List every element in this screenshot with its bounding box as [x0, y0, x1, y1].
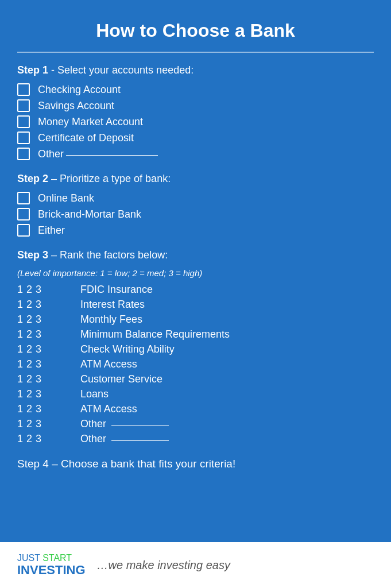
list-item: Checking Account	[17, 83, 374, 96]
rank-numbers-other2: 123	[17, 433, 52, 445]
checkbox-cd[interactable]	[17, 131, 30, 144]
list-item: 123 ATM Access	[17, 358, 374, 370]
factor-check-writing: Check Writing Ability	[80, 343, 374, 355]
list-item: Brick-and-Mortar Bank	[17, 208, 374, 220]
checkbox-brick[interactable]	[17, 208, 30, 220]
list-item: 123 Other	[17, 433, 374, 445]
factor-min-balance: Minimum Balance Requirements	[80, 328, 374, 341]
rank-numbers-check-writing: 123	[17, 343, 52, 355]
list-item: Either	[17, 224, 374, 237]
footer-section: JUST START INVESTING …we make investing …	[0, 542, 391, 588]
rank-numbers-atm2: 123	[17, 403, 52, 415]
step3-heading: Step 3 – Rank the factors below:	[17, 249, 374, 261]
rank-numbers-interest: 123	[17, 299, 52, 311]
factor-fees: Monthly Fees	[80, 314, 374, 326]
footer-tagline: …we make investing easy	[97, 559, 230, 572]
step2-bold: Step 2	[17, 173, 48, 184]
list-item: 123 Other	[17, 418, 374, 430]
list-item: Savings Account	[17, 99, 374, 112]
savings-account-label: Savings Account	[38, 100, 114, 112]
list-item: 123 Monthly Fees	[17, 314, 374, 326]
step3-note: (Level of importance: 1 = low; 2 = med; …	[17, 268, 374, 278]
step1-heading: Step 1 - Select your accounts needed:	[17, 64, 374, 76]
list-item: 123 Check Writing Ability	[17, 343, 374, 355]
rank-numbers-customer-service: 123	[17, 373, 52, 385]
brick-bank-label: Brick-and-Mortar Bank	[38, 208, 141, 220]
logo-investing: INVESTING	[17, 563, 86, 577]
checking-account-label: Checking Account	[38, 84, 121, 96]
other-blank-line	[66, 155, 158, 156]
logo-line2: INVESTING	[17, 563, 86, 577]
checkbox-savings[interactable]	[17, 99, 30, 112]
online-bank-label: Online Bank	[38, 192, 94, 204]
list-item: 123 FDIC Insurance	[17, 284, 374, 296]
step4-text: Step 4 – Choose a bank that fits your cr…	[17, 458, 374, 470]
main-container: How to Choose a Bank Step 1 - Select you…	[0, 0, 391, 588]
list-item: Certificate of Deposit	[17, 131, 374, 144]
rank-numbers-other1: 123	[17, 418, 52, 430]
list-item: 123 Interest Rates	[17, 299, 374, 311]
rank-numbers-loans: 123	[17, 388, 52, 400]
checkbox-money-market[interactable]	[17, 115, 30, 128]
factor-loans: Loans	[80, 388, 374, 400]
step2-rest: – Prioritize a type of bank:	[48, 173, 171, 184]
factor-other2: Other	[80, 433, 374, 445]
checkbox-online[interactable]	[17, 192, 30, 204]
logo-start: START	[42, 553, 72, 563]
rank-numbers-fees: 123	[17, 314, 52, 326]
other-short-line1	[111, 425, 169, 426]
factor-atm2: ATM Access	[80, 403, 374, 415]
rank-numbers-atm1: 123	[17, 358, 52, 370]
factor-customer-service: Customer Service	[80, 373, 374, 385]
list-item: Online Bank	[17, 192, 374, 204]
checkbox-either[interactable]	[17, 224, 30, 237]
step1-bold: Step 1	[17, 64, 48, 76]
page-title: How to Choose a Bank	[17, 11, 374, 53]
step3-rest: – Rank the factors below:	[48, 249, 168, 261]
rank-numbers-min-balance: 123	[17, 328, 52, 341]
step2-heading: Step 2 – Prioritize a type of bank:	[17, 173, 374, 185]
list-item: 123 Minimum Balance Requirements	[17, 328, 374, 341]
factor-fdic: FDIC Insurance	[80, 284, 374, 296]
rank-numbers-fdic: 123	[17, 284, 52, 296]
money-market-label: Money Market Account	[38, 116, 143, 128]
factor-other1: Other	[80, 418, 374, 430]
list-item: Other	[17, 148, 374, 160]
either-label: Either	[38, 225, 65, 237]
step3-rank-list: 123 FDIC Insurance 123 Interest Rates 12…	[17, 284, 374, 445]
footer-logo: JUST START INVESTING	[17, 553, 86, 577]
factor-interest: Interest Rates	[80, 299, 374, 311]
tagline-text: …we make investing easy	[97, 559, 230, 571]
step3-bold: Step 3	[17, 249, 48, 261]
factor-atm1: ATM Access	[80, 358, 374, 370]
step4-bold: Step 4	[17, 458, 49, 470]
step4-rest: – Choose a bank that fits your criteria!	[49, 458, 235, 470]
list-item: Money Market Account	[17, 115, 374, 128]
list-item: 123 ATM Access	[17, 403, 374, 415]
other-short-line2	[111, 440, 169, 441]
step1-rest: - Select your accounts needed:	[48, 64, 193, 76]
step1-list: Checking Account Savings Account Money M…	[17, 83, 374, 160]
cd-label: Certificate of Deposit	[38, 132, 134, 144]
checkbox-checking[interactable]	[17, 83, 30, 96]
step2-list: Online Bank Brick-and-Mortar Bank Either	[17, 192, 374, 237]
list-item: 123 Loans	[17, 388, 374, 400]
list-item: 123 Customer Service	[17, 373, 374, 385]
blue-section: How to Choose a Bank Step 1 - Select you…	[0, 0, 391, 542]
other-label: Other	[38, 148, 64, 160]
logo-line1: JUST START	[17, 553, 86, 563]
checkbox-other[interactable]	[17, 148, 30, 160]
logo-just: JUST	[17, 553, 42, 563]
